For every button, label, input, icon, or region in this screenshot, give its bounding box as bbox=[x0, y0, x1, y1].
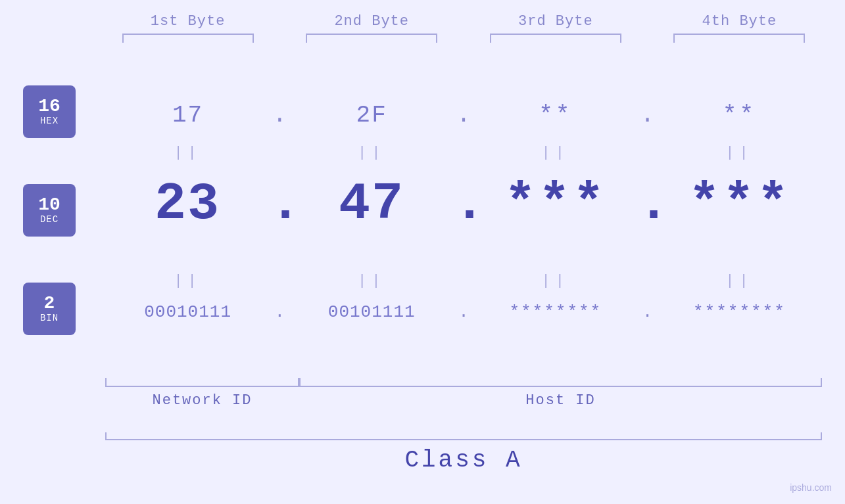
dec-val-2: 47 bbox=[289, 174, 454, 234]
hex-val-1: 17 bbox=[105, 102, 270, 129]
par-sep-1: || || || || bbox=[105, 145, 822, 161]
header-row: 1st Byte 2nd Byte 3rd Byte 4th Byte bbox=[105, 13, 822, 43]
bin-val-4: ******** bbox=[657, 302, 822, 322]
network-id-label-container: Network ID bbox=[105, 392, 299, 409]
byte2-bracket bbox=[306, 34, 437, 43]
col4-header: 4th Byte bbox=[657, 13, 822, 43]
hex-val-3: ** bbox=[473, 102, 638, 129]
col3-header: 3rd Byte bbox=[473, 13, 638, 43]
byte4-label: 4th Byte bbox=[702, 13, 777, 30]
bin-dot-2: . bbox=[454, 302, 473, 322]
bin-row: 00010111 . 00101111 . ******** . *******… bbox=[105, 302, 822, 322]
badges-col: 16 HEX 10 DEC 2 BIN bbox=[23, 85, 76, 335]
bin-val-1: 00010111 bbox=[105, 302, 270, 322]
watermark: ipshu.com bbox=[790, 482, 832, 494]
hex-row: 17 . 2F . ** . ** bbox=[105, 102, 822, 129]
hex-badge-label: HEX bbox=[40, 116, 59, 126]
bin-val-2: 00101111 bbox=[289, 302, 454, 322]
network-host-bracket-row bbox=[105, 378, 822, 387]
class-label: Class A bbox=[404, 447, 522, 474]
byte2-label: 2nd Byte bbox=[334, 13, 409, 30]
dec-badge-number: 10 bbox=[38, 196, 60, 214]
network-id-label: Network ID bbox=[152, 392, 252, 409]
dec-dot-1: . bbox=[270, 174, 289, 234]
hex-dot-2: . bbox=[454, 102, 473, 129]
network-id-bracket bbox=[105, 378, 299, 387]
bin-badge-number: 2 bbox=[44, 294, 55, 313]
class-bracket-area: Class A bbox=[105, 432, 822, 474]
dec-val-4: *** bbox=[658, 174, 822, 234]
dec-badge-label: DEC bbox=[40, 214, 59, 225]
main-layout: 1st Byte 2nd Byte 3rd Byte 4th Byte 16 H… bbox=[0, 0, 845, 504]
bin-dot-3: . bbox=[638, 302, 656, 322]
class-label-container: Class A bbox=[105, 447, 822, 474]
dec-badge: 10 DEC bbox=[23, 184, 76, 237]
dec-dot-2: . bbox=[454, 174, 473, 234]
byte3-label: 3rd Byte bbox=[518, 13, 593, 30]
bottom-brackets: Network ID Host ID bbox=[105, 378, 822, 409]
hex-dot-1: . bbox=[270, 102, 289, 129]
dec-val-1: 23 bbox=[105, 174, 270, 234]
hex-val-4: ** bbox=[657, 102, 822, 129]
host-id-label: Host ID bbox=[525, 392, 595, 409]
bin-badge: 2 BIN bbox=[23, 283, 76, 335]
byte1-label: 1st Byte bbox=[151, 13, 226, 30]
byte4-bracket bbox=[673, 34, 805, 43]
par-sep-2: || || || || bbox=[105, 273, 822, 289]
col1-header: 1st Byte bbox=[105, 13, 270, 43]
watermark-text: ipshu.com bbox=[790, 482, 832, 493]
byte1-bracket bbox=[122, 34, 254, 43]
host-id-label-container: Host ID bbox=[299, 392, 822, 409]
col2-header: 2nd Byte bbox=[289, 13, 454, 43]
bracket-label-row: Network ID Host ID bbox=[105, 392, 822, 409]
host-id-bracket bbox=[299, 378, 822, 387]
class-bracket bbox=[105, 432, 822, 440]
byte3-bracket bbox=[490, 34, 621, 43]
hex-val-2: 2F bbox=[289, 102, 454, 129]
bin-val-3: ******** bbox=[473, 302, 638, 322]
hex-badge: 16 HEX bbox=[23, 85, 76, 138]
dec-val-3: *** bbox=[473, 174, 638, 234]
hex-badge-number: 16 bbox=[38, 97, 60, 116]
bin-badge-label: BIN bbox=[40, 313, 59, 323]
dec-row: 23 . 47 . *** . *** bbox=[105, 174, 822, 234]
hex-dot-3: . bbox=[638, 102, 656, 129]
bin-dot-1: . bbox=[270, 302, 289, 322]
dec-dot-3: . bbox=[638, 174, 658, 234]
